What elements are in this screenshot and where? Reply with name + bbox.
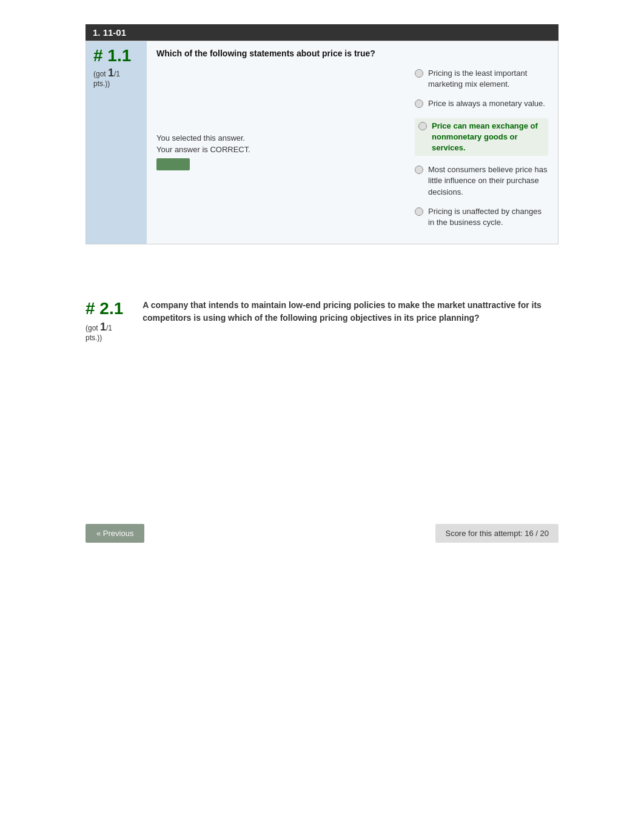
page-container: 1. 11-01 # 1.1 (got 1/1 pts.)) Which of … xyxy=(49,0,595,579)
question2-header: # 2.1 (got 1/1 pts.)) A company that int… xyxy=(86,299,558,342)
q2-pts-label: (got xyxy=(86,324,100,332)
option-radio-2[interactable] xyxy=(415,99,423,108)
section-header-text: 1. 11-01 xyxy=(93,27,126,38)
spacer xyxy=(86,263,558,287)
answer-option-3: Price can mean exchange of nonmonetary g… xyxy=(415,118,548,156)
q2-pts-got: 1 xyxy=(100,321,106,333)
option-radio-4[interactable] xyxy=(415,166,423,174)
option-text-5: Pricing is unaffected by changes in the … xyxy=(428,206,548,228)
feedback-line2: Your answer is CORRECT. xyxy=(156,145,250,154)
selected-swatch xyxy=(156,158,190,170)
bottom-area: « Previous Score for this attempt: 16 / … xyxy=(86,524,558,555)
option-radio-1[interactable] xyxy=(415,69,423,78)
question2-pts: (got 1/1 pts.)) xyxy=(86,321,112,342)
q2-pts-denom: /1 xyxy=(106,324,112,332)
feedback-line1: You selected this answer. xyxy=(156,133,245,143)
option-text-3: Price can mean exchange of nonmonetary g… xyxy=(432,121,545,154)
question-block-2: # 2.1 (got 1/1 pts.)) A company that int… xyxy=(86,299,558,342)
answer-option-1: Pricing is the least important marketing… xyxy=(415,68,548,90)
q2-sidebar: # 2.1 (got 1/1 pts.)) xyxy=(86,299,133,342)
question-content-1: You selected this answer. Your answer is… xyxy=(156,68,548,236)
pts-label: (got xyxy=(93,70,108,78)
answer-option-2: Price is always a monetary value. xyxy=(415,98,548,109)
answer-feedback: You selected this answer. Your answer is… xyxy=(156,68,415,236)
option-radio-3[interactable] xyxy=(418,122,427,130)
option-text-4: Most consumers believe price has little … xyxy=(428,164,548,198)
question-number-1: # 1.1 xyxy=(93,47,139,64)
question2-text: A company that intends to maintain low-e… xyxy=(143,299,558,324)
pts-denom: /1 xyxy=(114,70,120,78)
option-text-2: Price is always a monetary value. xyxy=(428,98,545,109)
option-text-1: Pricing is the least important marketing… xyxy=(428,68,548,90)
section-header: 1. 11-01 xyxy=(86,24,558,41)
pts-suffix: pts.)) xyxy=(93,79,110,88)
question-sidebar-1: # 1.1 (got 1/1 pts.)) xyxy=(86,41,147,244)
answer-option-5: Pricing is unaffected by changes in the … xyxy=(415,206,548,228)
pts-got: 1 xyxy=(108,67,114,79)
question2-number: # 2.1 xyxy=(86,299,123,318)
question-block-1: # 1.1 (got 1/1 pts.)) Which of the follo… xyxy=(86,41,558,244)
question-text-1: Which of the following statements about … xyxy=(156,49,548,58)
q2-pts-suffix: pts.)) xyxy=(86,334,102,342)
option-radio-5[interactable] xyxy=(415,207,423,216)
question-pts-1: (got 1/1 pts.)) xyxy=(93,67,139,88)
answer-option-4: Most consumers believe price has little … xyxy=(415,164,548,198)
answer-options: Pricing is the least important marketing… xyxy=(415,68,548,236)
score-display: Score for this attempt: 16 / 20 xyxy=(435,524,558,543)
question-inner-1: # 1.1 (got 1/1 pts.)) Which of the follo… xyxy=(86,41,558,244)
feedback-text: You selected this answer. Your answer is… xyxy=(156,132,403,156)
back-button[interactable]: « Previous xyxy=(86,524,144,543)
question-main-1: Which of the following statements about … xyxy=(147,41,558,244)
